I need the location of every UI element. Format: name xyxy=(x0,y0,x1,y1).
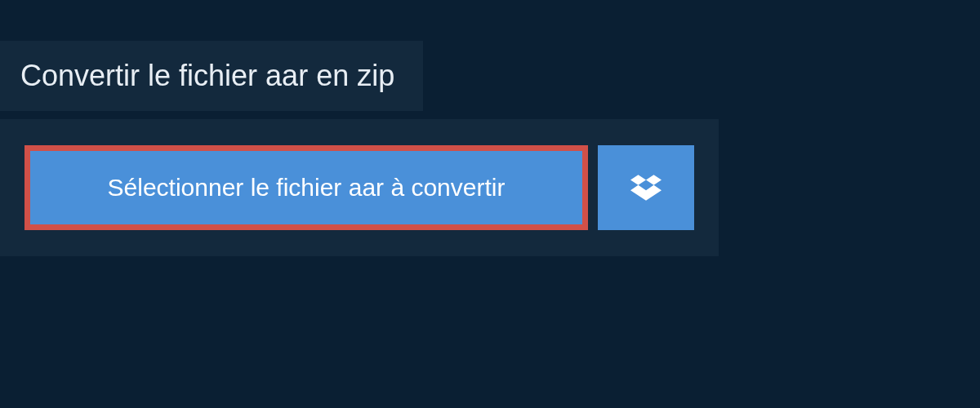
page-title-bar: Convertir le fichier aar en zip xyxy=(0,41,423,111)
page-title: Convertir le fichier aar en zip xyxy=(20,59,394,93)
button-row: Sélectionner le fichier aar à convertir xyxy=(24,145,694,230)
select-file-label: Sélectionner le fichier aar à convertir xyxy=(108,174,506,202)
upload-panel: Sélectionner le fichier aar à convertir xyxy=(0,119,719,256)
dropbox-icon xyxy=(630,172,662,203)
select-file-button[interactable]: Sélectionner le fichier aar à convertir xyxy=(24,145,588,230)
dropbox-button[interactable] xyxy=(598,145,694,230)
